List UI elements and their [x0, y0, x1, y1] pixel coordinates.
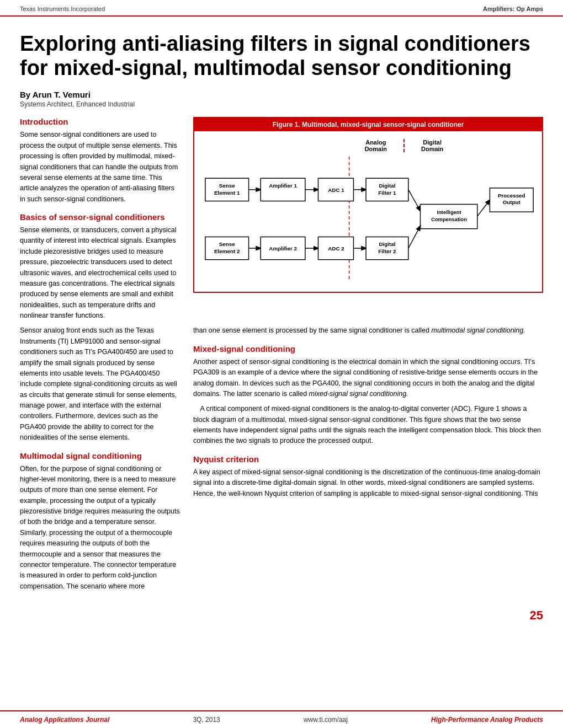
svg-text:ADC 2: ADC 2 [328, 245, 344, 251]
nyquist-text: A key aspect of mixed-signal sensor-sign… [193, 467, 543, 499]
mixed-text: Another aspect of sensor-signal conditio… [193, 357, 543, 400]
svg-text:Sense: Sense [219, 183, 235, 189]
multimodal-text: Often, for the purpose of signal conditi… [20, 464, 180, 592]
multimodal-title: Multimodal signal conditioning [20, 451, 180, 461]
svg-rect-5 [261, 179, 305, 201]
right-column-top: Figure 1. Multimodal, mixed-signal senso… [193, 117, 543, 325]
lower-right: than one sense element is processed by t… [193, 325, 543, 596]
page-header: Texas Instruments Incorporated Amplifier… [0, 0, 563, 17]
svg-text:Processed: Processed [498, 192, 525, 199]
intro-section: Introduction Some sensor-signal conditio… [20, 117, 543, 325]
intro-title: Introduction [20, 117, 180, 126]
mixed-text2: A critical component of mixed-signal con… [193, 404, 543, 447]
intro-text: Some sensor-signal conditioners are used… [20, 130, 180, 205]
lower-section: Sensor analog front ends such as the Tex… [20, 325, 543, 596]
basics-title: Basics of sensor-signal conditioners [20, 212, 180, 222]
article-title: Exploring anti-aliasing filters in signa… [20, 32, 543, 80]
digital-domain-label: DigitalDomain [421, 139, 443, 152]
svg-text:Sense: Sense [219, 242, 235, 248]
svg-text:Amplifier 1: Amplifier 1 [269, 183, 297, 189]
header-category: Amplifiers: Op Amps [483, 6, 543, 12]
mixed-title: Mixed-signal conditioning [193, 344, 543, 354]
block-diagram-svg: Sense Element 1 Amplifier 1 ADC 1 [200, 156, 537, 282]
basics-text: Sense elements, or transducers, convert … [20, 225, 180, 321]
header-company: Texas Instruments Incorporated [20, 6, 105, 12]
svg-text:Digital: Digital [379, 183, 395, 189]
svg-text:ADC 1: ADC 1 [328, 187, 344, 193]
figure-1: Figure 1. Multimodal, mixed-signal senso… [193, 117, 543, 293]
svg-text:Filter 1: Filter 1 [378, 190, 396, 196]
svg-text:Compensation: Compensation [431, 217, 467, 222]
svg-line-14 [408, 190, 421, 211]
footer-quarter: 3Q, 2013 [193, 716, 220, 724]
footer-tagline: High-Performance Analog Products [431, 716, 543, 724]
basics-text2: Sensor analog front ends such as the Tex… [20, 325, 180, 443]
figure-title: Figure 1. Multimodal, mixed-signal senso… [194, 118, 542, 131]
page-footer: Analog Applications Journal 3Q, 2013 www… [0, 710, 563, 728]
nyquist-title: Nyquist criterion [193, 454, 543, 464]
analog-domain-label: AnalogDomain [365, 139, 405, 152]
svg-line-18 [477, 200, 490, 217]
footer-url: www.ti.com/aaj [304, 716, 348, 724]
left-column: Introduction Some sensor-signal conditio… [20, 117, 180, 325]
right-text1: than one sense element is processed by t… [193, 325, 543, 336]
lower-left: Sensor analog front ends such as the Tex… [20, 325, 180, 596]
svg-text:Digital: Digital [379, 242, 395, 248]
author-name: By Arun T. Vemuri [20, 90, 543, 99]
svg-text:Element 1: Element 1 [214, 190, 240, 196]
footer-journal: Analog Applications Journal [20, 716, 109, 724]
svg-text:Output: Output [503, 200, 521, 206]
author-role: Systems Architect, Enhanced Industrial [20, 100, 543, 108]
svg-text:Amplifier 2: Amplifier 2 [269, 245, 297, 251]
svg-text:Filter 2: Filter 2 [378, 248, 396, 254]
svg-text:Element 2: Element 2 [214, 248, 240, 254]
svg-line-35 [408, 226, 421, 248]
main-content: Exploring anti-aliasing filters in signa… [0, 17, 563, 607]
page-number: 25 [0, 608, 563, 623]
svg-text:Intelligent: Intelligent [437, 210, 461, 216]
figure-content: AnalogDomain DigitalDomain Sense Element… [194, 131, 542, 292]
